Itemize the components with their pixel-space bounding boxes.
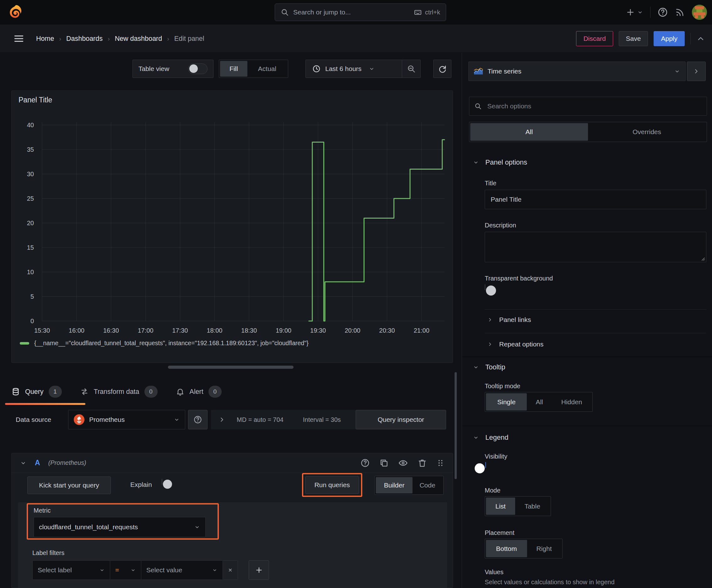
resize-handle-icon[interactable]	[700, 256, 705, 261]
title-input[interactable]	[485, 190, 706, 209]
legend-values-label: Values	[485, 569, 503, 576]
select-value-dropdown[interactable]: Select value	[141, 560, 223, 580]
search-input[interactable]	[293, 8, 409, 16]
svg-text:40: 40	[27, 122, 34, 128]
select-label-dropdown[interactable]: Select label	[33, 560, 110, 580]
builder-option[interactable]: Builder	[376, 477, 412, 493]
news-button[interactable]	[675, 7, 685, 17]
panel-options-section[interactable]: Panel options	[473, 158, 527, 166]
table-view-toggle[interactable]	[188, 63, 208, 74]
title-field[interactable]	[485, 190, 706, 209]
delete-query-icon[interactable]	[417, 458, 427, 468]
query-inspector-button[interactable]: Query inspector	[356, 410, 446, 429]
options-search-input[interactable]	[481, 97, 707, 115]
query-datasource-hint: (Prometheus)	[48, 459, 86, 466]
new-menu-button[interactable]	[626, 7, 643, 17]
kickstart-button[interactable]: Kick start your query	[27, 477, 111, 494]
description-input[interactable]	[485, 232, 706, 262]
datasource-picker[interactable]: Prometheus	[68, 410, 185, 429]
chevron-down-icon	[99, 567, 105, 573]
user-avatar[interactable]	[692, 5, 707, 20]
tab-query-count: 1	[49, 386, 62, 398]
collapse-editor-button[interactable]	[696, 34, 705, 43]
plus-icon	[255, 566, 263, 574]
legend-right-option[interactable]: Right	[527, 540, 561, 557]
tab-alert[interactable]: Alert 0	[176, 378, 222, 405]
legend-list-option[interactable]: List	[486, 498, 515, 515]
query-help-icon[interactable]	[360, 458, 370, 468]
time-range-label: Last 6 hours	[325, 65, 362, 72]
legend-placement-label: Placement	[485, 529, 515, 537]
operator-dropdown[interactable]: =	[110, 560, 141, 580]
svg-text:15: 15	[27, 244, 34, 251]
duplicate-query-icon[interactable]	[379, 458, 389, 468]
legend-table-option[interactable]: Table	[515, 498, 550, 515]
actual-option[interactable]: Actual	[247, 61, 287, 77]
remove-filter-button[interactable]	[223, 560, 238, 580]
query-ref-id[interactable]: A	[35, 459, 40, 467]
panel-title: Panel Title	[19, 96, 52, 104]
legend-section[interactable]: Legend	[473, 434, 508, 442]
time-range-button[interactable]: Last 6 hours	[306, 64, 402, 73]
breadcrumb-new-dashboard[interactable]: New dashboard	[115, 35, 162, 43]
tooltip-section[interactable]: Tooltip	[473, 363, 505, 371]
grafana-logo-icon[interactable]	[7, 4, 23, 21]
fill-option[interactable]: Fill	[220, 61, 247, 77]
run-queries-button[interactable]: Run queries	[305, 476, 359, 494]
expand-icon[interactable]	[218, 416, 225, 423]
metric-select[interactable]: cloudflared_tunnel_total_requests	[34, 517, 206, 537]
legend-bottom-option[interactable]: Bottom	[486, 540, 527, 557]
svg-text:18:30: 18:30	[241, 327, 257, 334]
chevron-down-icon	[369, 66, 375, 72]
legend-series-label[interactable]: {__name__="cloudflared_tunnel_total_requ…	[34, 339, 308, 347]
keyboard-icon	[413, 8, 423, 16]
legend-visibility-toggle[interactable]	[486, 462, 486, 468]
add-filter-button[interactable]	[249, 560, 269, 580]
tab-all[interactable]: All	[470, 123, 588, 141]
description-field[interactable]	[485, 232, 706, 262]
save-button[interactable]: Save	[619, 31, 648, 46]
query-editor-card: A (Prometheus) Kick start your query Exp…	[11, 453, 453, 588]
refresh-button[interactable]	[433, 60, 451, 78]
svg-text:16:30: 16:30	[103, 327, 119, 334]
panel-links-section[interactable]: Panel links	[487, 314, 531, 326]
legend-mode-switch: List Table	[485, 496, 551, 516]
tab-query[interactable]: Query 1	[11, 378, 62, 405]
tab-overrides[interactable]: Overrides	[588, 123, 706, 141]
explain-toggle[interactable]	[162, 479, 162, 485]
time-series-chart[interactable]: 051015202530354015:3016:0016:3017:0017:3…	[12, 122, 453, 342]
tooltip-heading: Tooltip	[486, 363, 505, 371]
breadcrumb-home[interactable]: Home	[36, 35, 54, 43]
tab-transform[interactable]: Transform data 0	[80, 378, 157, 405]
visualization-picker[interactable]: Time series	[468, 62, 686, 81]
global-search[interactable]: ctrl+k	[275, 3, 446, 21]
tooltip-hidden-option[interactable]: Hidden	[552, 393, 592, 411]
datasource-label: Data source	[16, 410, 51, 429]
svg-text:15:30: 15:30	[34, 327, 50, 334]
datasource-help-button[interactable]	[188, 410, 208, 429]
svg-text:21:00: 21:00	[414, 327, 429, 334]
chart-panel[interactable]: Panel Title 051015202530354015:3016:0016…	[11, 90, 453, 363]
drag-handle-icon[interactable]	[436, 458, 445, 468]
transparent-bg-toggle[interactable]	[485, 284, 486, 290]
breadcrumb-dashboards[interactable]: Dashboards	[66, 35, 103, 43]
mega-menu-button[interactable]	[13, 33, 24, 44]
plus-icon	[626, 7, 635, 17]
collapse-options-button[interactable]	[687, 62, 706, 81]
zoom-out-button[interactable]	[402, 64, 420, 73]
tooltip-all-option[interactable]: All	[527, 393, 552, 411]
discard-button[interactable]: Discard	[576, 31, 613, 46]
options-search[interactable]	[469, 97, 707, 115]
search-shortcut: ctrl+k	[425, 9, 440, 16]
apply-button[interactable]: Apply	[654, 31, 685, 46]
code-option[interactable]: Code	[412, 477, 442, 493]
tooltip-single-option[interactable]: Single	[486, 393, 527, 411]
repeat-options-section[interactable]: Repeat options	[487, 339, 543, 350]
legend-swatch[interactable]	[20, 342, 29, 344]
run-queries-annotation: Run queries	[302, 473, 362, 497]
hide-query-icon[interactable]	[398, 458, 408, 468]
help-button[interactable]	[657, 7, 668, 18]
panel-resize-handle[interactable]	[168, 365, 294, 369]
chevron-up-icon	[696, 34, 705, 43]
collapse-query-icon[interactable]	[20, 460, 27, 466]
